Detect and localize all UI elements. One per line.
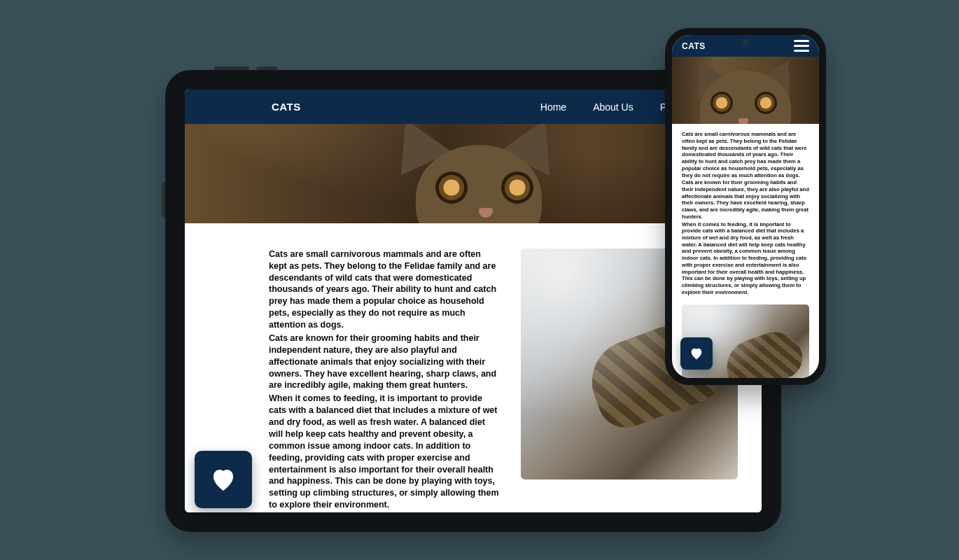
article-text: Cats are small carnivorous mammals and a… — [672, 124, 819, 300]
brand-logo[interactable]: CATS — [272, 101, 301, 113]
article-p3: When it comes to feeding, it is importan… — [269, 393, 500, 511]
phone-screen: CATS Cats are small carnivorous mammals … — [672, 35, 819, 378]
heart-icon — [689, 346, 704, 361]
hamburger-menu-icon[interactable] — [794, 40, 809, 52]
tablet-top-button — [256, 66, 277, 70]
favorite-fab[interactable] — [680, 337, 713, 370]
nav-link-about[interactable]: About Us — [593, 102, 634, 113]
tablet-top-button — [214, 66, 249, 70]
article-p3: When it comes to feeding, it is importan… — [682, 221, 809, 296]
hero-image — [672, 57, 819, 124]
article-p2: Cats are known for their grooming habits… — [269, 332, 500, 391]
article-p1: Cats are small carnivorous mammals and a… — [682, 131, 809, 178]
brand-logo[interactable]: CATS — [682, 41, 706, 51]
tablet-side-button — [162, 182, 165, 217]
heart-icon — [209, 465, 238, 494]
nav-link-home[interactable]: Home — [540, 102, 566, 113]
article-text: Cats are small carnivorous mammals and a… — [269, 248, 500, 512]
phone-device: CATS Cats are small carnivorous mammals … — [665, 28, 826, 385]
favorite-fab[interactable] — [195, 451, 252, 508]
phone-navbar: CATS — [672, 35, 819, 57]
article-p1: Cats are small carnivorous mammals and a… — [269, 248, 500, 331]
phone-camera — [743, 39, 748, 45]
article-p2: Cats are known for their grooming habits… — [682, 179, 809, 220]
